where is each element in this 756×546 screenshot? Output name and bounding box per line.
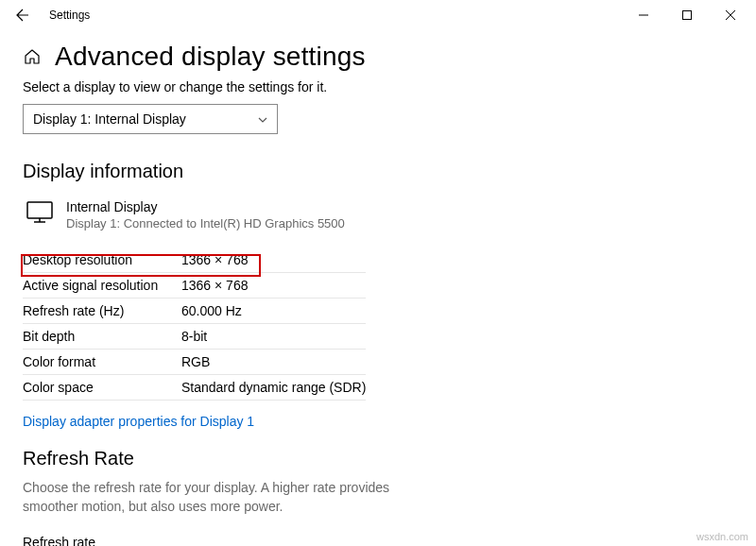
display-summary: Internal Display Display 1: Connected to…: [23, 199, 733, 230]
content-area: Advanced display settings Select a displ…: [0, 30, 756, 546]
info-label: Refresh rate (Hz): [23, 299, 181, 324]
chevron-down-icon: [258, 114, 267, 125]
home-button[interactable]: [23, 47, 42, 66]
minimize-icon: [639, 10, 648, 20]
titlebar: Settings: [0, 0, 756, 30]
refresh-rate-heading: Refresh Rate: [23, 448, 733, 469]
monitor-icon: [26, 201, 53, 224]
page-header: Advanced display settings: [23, 42, 733, 72]
info-value: 1366 × 768: [181, 273, 366, 299]
watermark: wsxdn.com: [696, 531, 748, 542]
arrow-left-icon: [15, 8, 30, 23]
refresh-rate-description: Choose the refresh rate for your display…: [23, 479, 420, 516]
info-value: 60.000 Hz: [181, 299, 366, 324]
dropdown-selected: Display 1: Internal Display: [33, 111, 186, 127]
page-subtitle: Select a display to view or change the s…: [23, 79, 733, 94]
table-row: Color spaceStandard dynamic range (SDR): [23, 375, 366, 401]
maximize-button[interactable]: [665, 0, 709, 30]
svg-rect-2: [27, 202, 52, 218]
info-label: Desktop resolution: [23, 247, 181, 273]
minimize-button[interactable]: [622, 0, 665, 30]
page-title: Advanced display settings: [55, 42, 366, 72]
table-row: Active signal resolution1366 × 768: [23, 273, 366, 299]
info-label: Color format: [23, 350, 181, 375]
info-label: Bit depth: [23, 324, 181, 350]
info-label: Color space: [23, 375, 181, 401]
svg-rect-1: [683, 11, 692, 20]
info-value: RGB: [181, 350, 366, 375]
table-row: Bit depth8-bit: [23, 324, 366, 350]
info-value: 8-bit: [181, 324, 366, 350]
maximize-icon: [682, 10, 692, 20]
table-row: Color formatRGB: [23, 350, 366, 375]
close-icon: [726, 10, 735, 20]
info-value: 1366 × 768: [181, 247, 366, 273]
adapter-properties-link[interactable]: Display adapter properties for Display 1: [23, 414, 254, 429]
display-select-dropdown[interactable]: Display 1: Internal Display: [23, 104, 278, 134]
app-title: Settings: [49, 9, 622, 22]
table-row: Desktop resolution1366 × 768: [23, 247, 366, 273]
display-connection: Display 1: Connected to Intel(R) HD Grap…: [66, 216, 345, 230]
info-label: Active signal resolution: [23, 273, 181, 299]
window-controls: [622, 0, 752, 30]
table-row: Refresh rate (Hz)60.000 Hz: [23, 299, 366, 324]
back-button[interactable]: [4, 0, 42, 30]
close-button[interactable]: [709, 0, 752, 30]
display-information-heading: Display information: [23, 161, 733, 182]
refresh-rate-label: Refresh rate: [23, 535, 733, 546]
display-info-table: Desktop resolution1366 × 768 Active sign…: [23, 247, 366, 401]
display-name: Internal Display: [66, 199, 345, 214]
home-icon: [24, 48, 41, 65]
info-value: Standard dynamic range (SDR): [181, 375, 366, 401]
